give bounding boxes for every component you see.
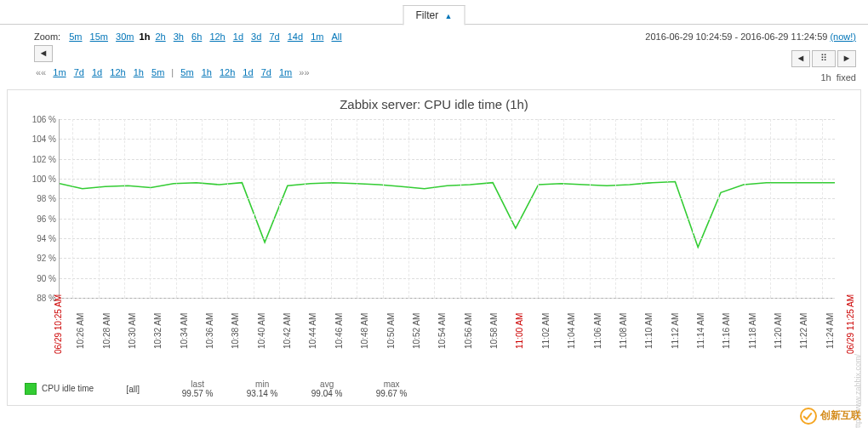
zoom-7d[interactable]: 7d — [269, 31, 279, 42]
chart-title: Zabbix server: CPU idle time (1h) — [8, 90, 860, 113]
filter-tab[interactable]: Filter ▲ — [403, 5, 465, 26]
ytick: 96 % — [22, 214, 56, 223]
xtick: 10:48 AM — [360, 313, 369, 349]
legend-avg: avg99.04 % — [301, 379, 352, 398]
legend-scope: [all] — [107, 385, 158, 394]
zoom-2h[interactable]: 2h — [155, 31, 165, 42]
legend-series: CPU idle time — [25, 383, 94, 395]
nav-prev-button[interactable]: ◄ — [34, 45, 53, 62]
xtick: 11:16 AM — [722, 313, 731, 349]
step-last-icon: »» — [299, 67, 309, 77]
xtick: 10:50 AM — [386, 313, 396, 349]
zoom-30m[interactable]: 30m — [116, 31, 134, 42]
legend-max: max99.67 % — [366, 379, 417, 398]
xtick: 10:36 AM — [205, 313, 214, 349]
nav-scroll-left-button[interactable]: ◄ — [791, 50, 810, 67]
xtick: 10:46 AM — [334, 313, 344, 349]
nav-drag-handle[interactable]: ⠿ — [812, 50, 836, 67]
zoom-1m[interactable]: 1m — [311, 31, 323, 42]
xtick: 11:10 AM — [644, 313, 654, 349]
xtick: 11:20 AM — [774, 313, 783, 349]
xtick: 10:52 AM — [412, 313, 421, 349]
step-7d[interactable]: 7d — [74, 67, 84, 77]
legend-last: last99.57 % — [172, 379, 223, 398]
xtick: 11:08 AM — [619, 313, 628, 349]
time-range: 2016-06-29 10:24:59 - 2016-06-29 11:24:5… — [645, 31, 856, 42]
step-1h[interactable]: 1h — [134, 67, 144, 77]
step-5m[interactable]: 5m — [151, 67, 164, 77]
ytick: 90 % — [22, 273, 56, 282]
zoom-14d[interactable]: 14d — [288, 31, 303, 42]
zoom-All[interactable]: All — [332, 31, 342, 42]
zoom-6h[interactable]: 6h — [191, 31, 202, 42]
legend: CPU idle time [all] last99.57 %min93.14 … — [25, 379, 417, 398]
step-7d[interactable]: 7d — [261, 67, 271, 77]
ytick: 92 % — [22, 254, 56, 263]
xtick: 10:38 AM — [231, 313, 240, 349]
ytick: 100 % — [22, 174, 56, 184]
plot-area[interactable]: 88 %90 %92 %94 %96 %98 %100 %102 %104 %1… — [59, 119, 835, 299]
xtick: 11:24 AM — [825, 313, 835, 349]
step-1d[interactable]: 1d — [243, 67, 253, 77]
brand-badge: 创新互联 — [800, 408, 861, 425]
time-to: 2016-06-29 11:24:59 — [740, 31, 827, 42]
step-row: «« 1m 7d 1d 12h 1h 5m | 5m 1h 12h 1d 7d … — [34, 67, 856, 77]
step-1d[interactable]: 1d — [92, 67, 102, 77]
xtick: 11:00 AM — [515, 313, 524, 349]
x-start-marker: 06/29 10:25 AM — [54, 294, 63, 354]
xtick: 11:04 AM — [567, 313, 576, 349]
step-1h[interactable]: 1h — [202, 67, 212, 77]
xtick: 10:34 AM — [180, 313, 189, 349]
ytick: 98 % — [22, 194, 56, 203]
xtick: 10:30 AM — [128, 313, 137, 349]
zoom-1d[interactable]: 1d — [233, 31, 243, 42]
x-end-marker: 06/29 11:25 AM — [846, 294, 855, 354]
xtick: 10:44 AM — [308, 313, 317, 349]
now-link[interactable]: (now!) — [830, 31, 856, 42]
step-5m[interactable]: 5m — [180, 67, 193, 77]
step-1m[interactable]: 1m — [279, 67, 292, 77]
ytick: 94 % — [22, 234, 56, 243]
filter-label: Filter — [416, 9, 439, 21]
ytick: 104 % — [22, 134, 56, 144]
ytick: 102 % — [22, 154, 56, 163]
xtick: 10:58 AM — [489, 313, 499, 349]
xtick: 11:06 AM — [593, 313, 602, 349]
step-1m[interactable]: 1m — [53, 67, 66, 77]
period-info: 1h fixed — [820, 72, 856, 83]
xtick: 10:54 AM — [437, 313, 447, 349]
ytick: 106 % — [22, 115, 56, 124]
zoom-label: Zoom: — [34, 31, 60, 42]
zoom-3d[interactable]: 3d — [251, 31, 261, 42]
xtick: 10:40 AM — [257, 313, 266, 349]
step-12h[interactable]: 12h — [110, 67, 125, 77]
xtick: 10:42 AM — [283, 313, 292, 349]
step-12h[interactable]: 12h — [220, 67, 235, 77]
xtick: 10:32 AM — [153, 313, 163, 349]
legend-min: min93.14 % — [237, 379, 288, 398]
xtick: 10:56 AM — [464, 313, 473, 349]
xtick: 11:14 AM — [696, 313, 705, 349]
step-first-icon: «« — [36, 67, 46, 77]
zoom-12h[interactable]: 12h — [209, 31, 225, 42]
zoom-15m[interactable]: 15m — [90, 31, 108, 42]
xtick: 11:18 AM — [748, 313, 757, 349]
xtick: 10:26 AM — [76, 313, 85, 349]
brand-icon — [800, 408, 817, 425]
xtick: 11:12 AM — [671, 313, 680, 349]
zoom-1h[interactable]: 1h — [140, 31, 151, 42]
series-color-chip — [25, 383, 37, 395]
collapse-icon: ▲ — [445, 12, 453, 20]
time-toolbar: Zoom: 5m 15m 30m 1h 2h 3h 6h 12h 1d 3d 7… — [0, 25, 868, 81]
xtick: 11:02 AM — [541, 313, 551, 349]
chart-container: Zabbix server: CPU idle time (1h) 88 %90… — [7, 89, 861, 406]
zoom-5m[interactable]: 5m — [69, 31, 82, 42]
ytick: 88 % — [22, 294, 56, 303]
filter-tabrow: Filter ▲ — [0, 0, 868, 25]
time-from: 2016-06-29 10:24:59 — [645, 31, 732, 42]
xtick: 10:28 AM — [102, 313, 111, 349]
zoom-3h[interactable]: 3h — [174, 31, 184, 42]
nav-scroll-right-button[interactable]: ► — [837, 50, 856, 67]
xtick: 11:22 AM — [799, 313, 808, 349]
